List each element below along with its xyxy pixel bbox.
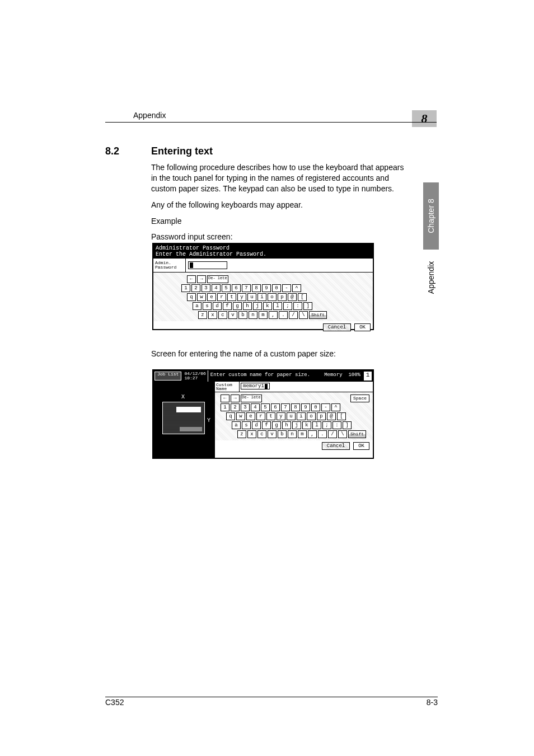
key-7[interactable]: 7 xyxy=(281,403,290,411)
key-;[interactable]: ; xyxy=(283,302,292,310)
key-\[interactable]: \ xyxy=(338,430,347,438)
key-;[interactable]: ; xyxy=(322,421,331,429)
key-g[interactable]: g xyxy=(272,421,281,429)
key-q[interactable]: q xyxy=(187,293,196,301)
key-^[interactable]: ^ xyxy=(292,284,301,292)
shift-key[interactable]: Shift xyxy=(348,430,366,438)
key-m[interactable]: m xyxy=(298,430,307,438)
key-0[interactable]: 0 xyxy=(311,403,320,411)
key-7[interactable]: 7 xyxy=(242,284,251,292)
key-.[interactable]: . xyxy=(318,430,327,438)
arrow-right-key[interactable]: → xyxy=(197,275,206,283)
key-[[interactable]: [ xyxy=(337,412,346,420)
key-3[interactable]: 3 xyxy=(241,403,250,411)
key-j[interactable]: j xyxy=(253,302,262,310)
key-q[interactable]: q xyxy=(226,412,235,420)
key-v[interactable]: v xyxy=(268,430,277,438)
key-@[interactable]: @ xyxy=(327,412,336,420)
custom-name-input[interactable]: memory1 xyxy=(241,383,270,389)
key-k[interactable]: k xyxy=(263,302,272,310)
key-v[interactable]: v xyxy=(228,311,237,319)
key-z[interactable]: z xyxy=(198,311,207,319)
space-key[interactable]: Space xyxy=(350,395,369,402)
key-][interactable]: ] xyxy=(343,421,352,429)
key-f[interactable]: f xyxy=(223,302,232,310)
key-h[interactable]: h xyxy=(282,421,291,429)
key-u[interactable]: u xyxy=(247,293,256,301)
key-:[interactable]: : xyxy=(293,302,302,310)
ok-button[interactable]: OK xyxy=(354,323,371,331)
key-g[interactable]: g xyxy=(233,302,242,310)
key-e[interactable]: e xyxy=(246,412,255,420)
key-@[interactable]: @ xyxy=(288,293,297,301)
key-d[interactable]: d xyxy=(213,302,222,310)
key-d[interactable]: d xyxy=(252,421,261,429)
key-6[interactable]: 6 xyxy=(232,284,241,292)
cancel-button[interactable]: Cancel xyxy=(323,323,351,331)
key-z[interactable]: z xyxy=(237,430,246,438)
key-r[interactable]: r xyxy=(256,412,265,420)
key-/[interactable]: / xyxy=(289,311,298,319)
key-w[interactable]: w xyxy=(236,412,245,420)
shift-key[interactable]: Shift xyxy=(309,311,327,319)
key-\[interactable]: \ xyxy=(299,311,308,319)
key-o[interactable]: o xyxy=(307,412,316,420)
key-i[interactable]: i xyxy=(257,293,266,301)
key-e[interactable]: e xyxy=(207,293,216,301)
key-3[interactable]: 3 xyxy=(202,284,210,292)
key-w[interactable]: w xyxy=(197,293,206,301)
key-1[interactable]: 1 xyxy=(221,403,229,411)
key-0[interactable]: 0 xyxy=(272,284,281,292)
key-8[interactable]: 8 xyxy=(291,403,300,411)
key--[interactable]: - xyxy=(321,403,330,411)
key-[[interactable]: [ xyxy=(298,293,307,301)
arrow-right-key[interactable]: → xyxy=(231,395,240,402)
key-5[interactable]: 5 xyxy=(261,403,270,411)
arrow-left-key[interactable]: ← xyxy=(221,395,229,402)
key-l[interactable]: l xyxy=(273,302,282,310)
key-o[interactable]: o xyxy=(268,293,277,301)
key-s[interactable]: s xyxy=(242,421,251,429)
key-a[interactable]: a xyxy=(232,421,241,429)
key-i[interactable]: i xyxy=(297,412,306,420)
key-l[interactable]: l xyxy=(312,421,321,429)
key-4[interactable]: 4 xyxy=(251,403,260,411)
key-t[interactable]: t xyxy=(227,293,236,301)
key-x[interactable]: x xyxy=(208,311,217,319)
key-t[interactable]: t xyxy=(266,412,275,420)
key-b[interactable]: b xyxy=(238,311,247,319)
arrow-left-key[interactable]: ← xyxy=(187,275,196,283)
key-s[interactable]: s xyxy=(203,302,212,310)
key-b[interactable]: b xyxy=(278,430,287,438)
key-a[interactable]: a xyxy=(193,302,202,310)
key-9[interactable]: 9 xyxy=(262,284,271,292)
key-h[interactable]: h xyxy=(243,302,252,310)
key-,[interactable]: , xyxy=(269,311,278,319)
ok-button[interactable]: OK xyxy=(353,442,369,450)
key-:[interactable]: : xyxy=(332,421,341,429)
password-input[interactable] xyxy=(188,261,227,269)
key--[interactable]: - xyxy=(282,284,291,292)
key-p[interactable]: p xyxy=(317,412,326,420)
key-][interactable]: ] xyxy=(303,302,312,310)
key-n[interactable]: n xyxy=(288,430,297,438)
key-x[interactable]: x xyxy=(247,430,256,438)
key-2[interactable]: 2 xyxy=(191,284,200,292)
key-1[interactable]: 1 xyxy=(181,284,190,292)
key-c[interactable]: c xyxy=(218,311,227,319)
key-n[interactable]: n xyxy=(249,311,257,319)
key-6[interactable]: 6 xyxy=(271,403,280,411)
delete-key[interactable]: De- lete xyxy=(241,395,262,402)
key-c[interactable]: c xyxy=(257,430,266,438)
key-k[interactable]: k xyxy=(302,421,311,429)
key-2[interactable]: 2 xyxy=(231,403,240,411)
key-.[interactable]: . xyxy=(279,311,288,319)
key-m[interactable]: m xyxy=(259,311,268,319)
job-list-button[interactable]: Job List xyxy=(154,372,181,381)
key-9[interactable]: 9 xyxy=(301,403,310,411)
delete-key[interactable]: De- lete xyxy=(207,275,228,283)
key-p[interactable]: p xyxy=(278,293,287,301)
key-y[interactable]: y xyxy=(237,293,246,301)
key-u[interactable]: u xyxy=(287,412,296,420)
key-8[interactable]: 8 xyxy=(252,284,261,292)
